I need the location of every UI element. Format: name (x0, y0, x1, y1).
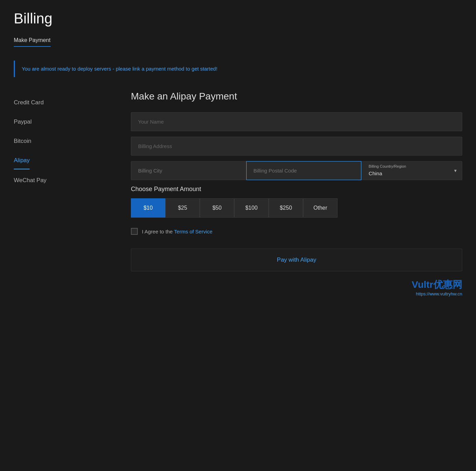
sidebar-item-credit-card[interactable]: Credit Card (14, 94, 110, 111)
alert-bar: You are almost ready to deploy servers -… (14, 61, 462, 77)
sidebar-item-bitcoin[interactable]: Bitcoin (14, 133, 110, 149)
amount-btn-10[interactable]: $10 (131, 198, 165, 218)
terms-prefix: I Agree to the (142, 229, 174, 234)
billing-row: Billing Country/Region China United Stat… (131, 161, 462, 180)
watermark-url: https://www.vultryhw.cn (131, 291, 462, 296)
sidebar-item-wechat-pay[interactable]: WeChat Pay (14, 172, 110, 189)
your-name-group (131, 112, 462, 131)
sidebar-item-paypal[interactable]: Paypal (14, 114, 110, 130)
billing-country-wrapper: Billing Country/Region China United Stat… (361, 161, 462, 180)
billing-address-group (131, 137, 462, 156)
amount-btn-100[interactable]: $100 (234, 198, 269, 218)
billing-postal-input[interactable] (246, 161, 362, 180)
watermark-brand: Vultr优惠网 (412, 279, 462, 290)
terms-link[interactable]: Terms of Service (174, 229, 213, 234)
billing-city-input[interactable] (131, 161, 246, 180)
sidebar-item-alipay[interactable]: Alipay (14, 152, 30, 169)
alert-message: You are almost ready to deploy servers -… (22, 66, 217, 72)
amount-btn-other[interactable]: Other (303, 198, 338, 218)
section-title: Make an Alipay Payment (131, 91, 462, 102)
amount-btn-250[interactable]: $250 (269, 198, 303, 218)
amount-btn-50[interactable]: $50 (200, 198, 234, 218)
payment-amount-section: Choose Payment Amount $10 $25 $50 $100 $… (131, 186, 462, 218)
tab-make-payment[interactable]: Make Payment (14, 37, 51, 47)
payment-amount-title: Choose Payment Amount (131, 186, 462, 193)
sidebar: Credit Card Paypal Bitcoin Alipay WeChat… (14, 91, 110, 296)
terms-checkbox[interactable] (131, 228, 138, 235)
your-name-input[interactable] (131, 112, 462, 131)
pay-button[interactable]: Pay with Alipay (131, 249, 462, 271)
billing-country-select[interactable]: China United States United Kingdom Japan… (362, 169, 462, 180)
amount-buttons: $10 $25 $50 $100 $250 Other (131, 198, 462, 218)
billing-address-input[interactable] (131, 137, 462, 156)
billing-country-label: Billing Country/Region (362, 161, 462, 169)
terms-row: I Agree to the Terms of Service (131, 228, 462, 235)
watermark: Vultr优惠网 https://www.vultryhw.cn (131, 278, 462, 296)
terms-text: I Agree to the Terms of Service (142, 229, 213, 234)
amount-btn-25[interactable]: $25 (165, 198, 200, 218)
page-title: Billing (14, 10, 462, 27)
content-area: Make an Alipay Payment Billing Country/R… (110, 91, 462, 296)
